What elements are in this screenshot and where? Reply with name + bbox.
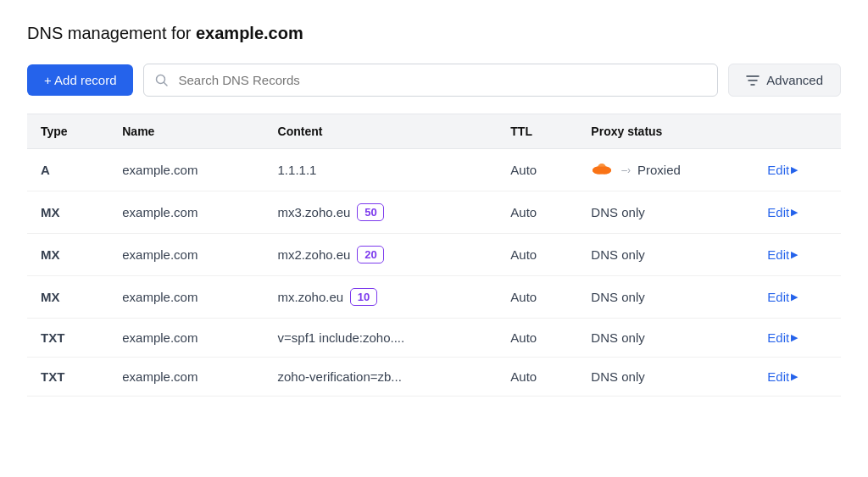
edit-button[interactable]: Edit▶ — [767, 369, 827, 384]
cell-name: example.com — [108, 358, 264, 397]
cell-ttl: Auto — [497, 358, 577, 397]
edit-label: Edit — [767, 163, 789, 177]
table-row: TXTexample.comzoho-verification=zb...Aut… — [27, 358, 841, 397]
title-prefix: DNS management for — [27, 24, 196, 42]
title-domain: example.com — [196, 24, 303, 42]
edit-label: Edit — [767, 369, 789, 384]
edit-button[interactable]: Edit▶ — [767, 163, 827, 177]
col-ttl: TTL — [497, 114, 577, 149]
edit-arrow-icon: ▶ — [791, 207, 798, 218]
cell-proxy-status: DNS only — [577, 234, 754, 276]
cell-content: mx2.zoho.eu20 — [264, 234, 498, 276]
col-type: Type — [27, 114, 108, 149]
edit-arrow-icon: ▶ — [791, 332, 798, 343]
proxy-status-label: DNS only — [591, 290, 644, 304]
cell-edit: Edit▶ — [754, 191, 841, 234]
page-title: DNS management for example.com — [27, 24, 841, 43]
table-row: MXexample.commx2.zoho.eu20AutoDNS onlyEd… — [27, 234, 841, 276]
svg-line-1 — [164, 82, 168, 86]
cell-ttl: Auto — [497, 234, 577, 276]
toolbar: + Add record Advanced — [27, 64, 841, 97]
search-input[interactable] — [143, 64, 718, 97]
cell-proxy-status: –›Proxied — [577, 149, 754, 191]
proxy-status-label: Proxied — [637, 163, 681, 177]
cell-ttl: Auto — [497, 276, 577, 319]
proxy-status-label: DNS only — [591, 369, 644, 384]
cell-type: MX — [27, 276, 108, 319]
proxy-status-label: DNS only — [591, 330, 644, 345]
edit-button[interactable]: Edit▶ — [767, 247, 827, 262]
col-content: Content — [264, 114, 498, 149]
edit-arrow-icon: ▶ — [791, 371, 798, 382]
cell-type: MX — [27, 234, 108, 276]
edit-arrow-icon: ▶ — [791, 249, 798, 260]
cell-name: example.com — [108, 234, 264, 276]
table-row: TXTexample.comv=spf1 include:zoho....Aut… — [27, 319, 841, 358]
cell-proxy-status: DNS only — [577, 276, 754, 319]
table-header-row: Type Name Content TTL Proxy status — [27, 114, 841, 149]
edit-label: Edit — [767, 247, 789, 262]
cell-name: example.com — [108, 149, 264, 191]
cell-ttl: Auto — [497, 319, 577, 358]
search-wrapper — [143, 64, 718, 97]
cell-type: MX — [27, 191, 108, 234]
edit-arrow-icon: ▶ — [791, 164, 798, 175]
col-name: Name — [108, 114, 264, 149]
cell-edit: Edit▶ — [754, 276, 841, 319]
cell-edit: Edit▶ — [754, 319, 841, 358]
cell-name: example.com — [108, 319, 264, 358]
edit-arrow-icon: ▶ — [791, 291, 798, 302]
proxy-arrow-icon: –› — [621, 164, 631, 176]
cell-ttl: Auto — [497, 191, 577, 234]
cell-type: A — [27, 149, 108, 191]
proxy-status-label: DNS only — [591, 205, 644, 219]
cloud-proxy-icon — [591, 161, 615, 179]
cell-name: example.com — [108, 276, 264, 319]
advanced-button[interactable]: Advanced — [728, 64, 841, 97]
table-row: MXexample.commx3.zoho.eu50AutoDNS onlyEd… — [27, 191, 841, 234]
cell-proxy-status: DNS only — [577, 319, 754, 358]
proxy-status-label: DNS only — [591, 247, 644, 262]
cell-edit: Edit▶ — [754, 149, 841, 191]
col-proxy-status: Proxy status — [577, 114, 754, 149]
cell-proxy-status: DNS only — [577, 191, 754, 234]
cell-content: mx3.zoho.eu50 — [264, 191, 498, 234]
cell-content: 1.1.1.1 — [264, 149, 498, 191]
dns-table: Type Name Content TTL Proxy status Aexam… — [27, 114, 841, 397]
cell-name: example.com — [108, 191, 264, 234]
cell-proxy-status: DNS only — [577, 358, 754, 397]
edit-button[interactable]: Edit▶ — [767, 290, 827, 304]
priority-badge: 50 — [357, 203, 384, 221]
edit-button[interactable]: Edit▶ — [767, 205, 827, 219]
table-row: Aexample.com1.1.1.1Auto –›ProxiedEdit▶ — [27, 149, 841, 191]
edit-button[interactable]: Edit▶ — [767, 330, 827, 345]
filter-icon — [746, 75, 760, 86]
table-row: MXexample.commx.zoho.eu10AutoDNS onlyEdi… — [27, 276, 841, 319]
cell-ttl: Auto — [497, 149, 577, 191]
search-icon — [155, 74, 169, 87]
cell-content: v=spf1 include:zoho.... — [264, 319, 498, 358]
cell-type: TXT — [27, 319, 108, 358]
col-actions — [754, 114, 841, 149]
edit-label: Edit — [767, 330, 789, 345]
cell-content: zoho-verification=zb... — [264, 358, 498, 397]
cell-content: mx.zoho.eu10 — [264, 276, 498, 319]
edit-label: Edit — [767, 205, 789, 219]
advanced-label: Advanced — [766, 73, 823, 87]
priority-badge: 20 — [357, 246, 384, 263]
cell-type: TXT — [27, 358, 108, 397]
add-record-button[interactable]: + Add record — [27, 64, 133, 96]
cell-edit: Edit▶ — [754, 358, 841, 397]
edit-label: Edit — [767, 290, 789, 304]
priority-badge: 10 — [350, 288, 377, 306]
cell-edit: Edit▶ — [754, 234, 841, 276]
svg-point-9 — [598, 167, 611, 175]
